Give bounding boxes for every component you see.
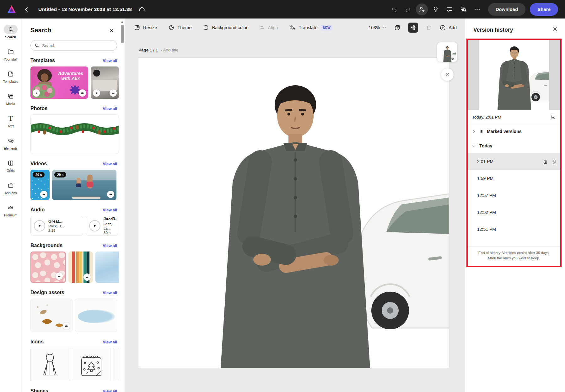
align-button[interactable]: Align [259,24,278,31]
align-icon [259,24,265,31]
current-version-label: Today, 2:01 PM [472,115,501,119]
icon-card-cut[interactable] [113,348,119,381]
photo-man-with-car[interactable] [138,58,449,368]
share-button[interactable]: Share [530,3,558,16]
redo-button[interactable] [402,3,414,15]
add-title-hint[interactable]: - Add title [161,48,178,52]
search-input[interactable] [30,40,117,51]
chat-threads-button[interactable] [457,3,469,15]
view-all-icons-link[interactable]: View all [103,340,117,344]
close-icon [445,72,450,77]
new-badge: NEW [321,25,332,30]
version-history-settings-button[interactable] [408,23,418,33]
translate-button[interactable]: Translate NEW [289,24,332,31]
version-time: 12:57 PM [477,193,496,198]
dress-icon [41,352,59,377]
delete-button[interactable] [424,23,434,33]
more-options-button[interactable] [471,3,483,15]
sidebar-item-add-ons[interactable]: Add-ons [0,181,22,203]
sidebar-item-media[interactable]: Media [0,92,22,114]
version-preview[interactable] [468,40,560,110]
view-all-photos-link[interactable]: View all [103,107,117,111]
document-title[interactable]: Untitled - 13 November 2023 at 12.51.38 [38,7,132,12]
audio-card-1[interactable]: Great... Rock, B... 2:19 [30,216,83,236]
view-all-audio-link[interactable]: View all [103,208,117,212]
bookmark-icon[interactable] [552,159,557,164]
play-icon[interactable] [89,220,100,231]
top-bar: Untitled - 13 November 2023 at 12.51.38 [0,0,565,19]
design-asset-card-leaves[interactable] [30,299,73,332]
design-asset-card-cloud[interactable] [75,299,117,332]
version-row[interactable]: 1:59 PM [468,170,560,187]
view-all-backgrounds-link[interactable]: View all [103,244,117,248]
chevron-down-icon [471,144,476,148]
zoom-level-control[interactable]: 103% [369,25,387,30]
background-card-stripes[interactable] [68,252,93,283]
background-color-button[interactable]: Background color [203,24,247,31]
marked-versions-row[interactable]: Marked versions [468,124,560,139]
back-button[interactable] [23,6,30,13]
resize-button[interactable]: Resize [134,24,157,31]
search-panel-title: Search [30,27,51,34]
page-thumbnail[interactable] [437,42,457,62]
version-row-selected[interactable]: 2:01 PM [468,153,560,170]
download-button[interactable]: Download [488,3,526,16]
view-all-videos-link[interactable]: View all [103,162,117,166]
chevron-right-icon [471,129,476,134]
undo-button[interactable] [388,3,400,15]
folder-icon [7,48,14,55]
page-title-bar[interactable]: Page 1 / 1 - Add title [138,48,178,52]
add-button[interactable]: Add [439,24,457,31]
icon-card-dress[interactable] [30,348,69,381]
view-all-design-assets-link[interactable]: View all [103,291,117,295]
search-panel-close-button[interactable] [108,27,115,34]
sidebar-item-text[interactable]: T Text [0,114,22,136]
duplicate-version-icon[interactable] [550,114,556,120]
background-card-daisies[interactable] [30,252,66,283]
sidebar-item-your-stuff[interactable]: Your stuff [0,47,22,69]
video-card-beach[interactable]: 29 s [52,170,116,200]
version-history-panel: Version history Today, 2:01 PM [465,19,565,392]
audio-card-2[interactable]: JazzB... Jazz, La... 30 s [86,216,118,236]
invite-people-button[interactable] [416,3,428,15]
page-thumbnail-image [439,45,456,62]
icon-card-calendar[interactable] [72,348,111,381]
audio-title: JazzB... [104,216,118,221]
pages-button[interactable]: 1 [392,23,402,33]
christmas-calendar-icon [79,352,104,378]
sidebar-item-elements[interactable]: Elements [0,136,22,158]
comment-button[interactable] [444,3,455,15]
photo-card-garland[interactable] [30,114,119,154]
play-icon[interactable] [34,220,45,231]
duplicate-version-icon[interactable] [542,159,548,165]
ideas-lightbulb-button[interactable] [430,3,442,15]
section-title-icons: Icons [30,339,44,345]
premium-badge-icon [63,322,70,330]
deselect-close-button[interactable] [441,68,454,81]
animate-badge-icon [33,89,40,97]
version-row[interactable]: 12:51 PM [468,221,560,238]
scrollbar-thumb[interactable] [121,25,124,43]
design-page[interactable] [138,58,449,368]
app-logo[interactable] [7,5,16,13]
adobe-express-app: Untitled - 13 November 2023 at 12.51.38 [0,0,565,392]
sidebar-item-search[interactable]: Search [0,25,22,47]
version-row[interactable]: 12:52 PM [468,204,560,221]
elements-icon [7,137,14,144]
sidebar-item-premium[interactable]: Premium [0,203,22,225]
background-card-watercolor[interactable] [95,252,119,283]
template-card-adventures[interactable]: Adventures with Alix [30,66,88,99]
search-input-icon [34,43,40,48]
version-row[interactable]: 12:57 PM [468,187,560,204]
sidebar-item-templates[interactable]: Templates [0,69,22,92]
video-card-glitter[interactable]: 20 s [30,170,50,200]
version-history-close-button[interactable] [552,26,558,32]
sidebar-item-grids[interactable]: Grids [0,158,22,181]
template-card-2[interactable] [91,66,119,99]
view-all-templates-link[interactable]: View all [103,59,117,63]
panel-scrollbar[interactable]: ▲ [120,20,124,392]
scroll-up-arrow[interactable]: ▲ [120,20,124,24]
theme-button[interactable]: Theme [168,24,191,31]
today-group-row[interactable]: Today [468,139,560,153]
view-all-shapes-link[interactable]: View all [103,389,117,392]
